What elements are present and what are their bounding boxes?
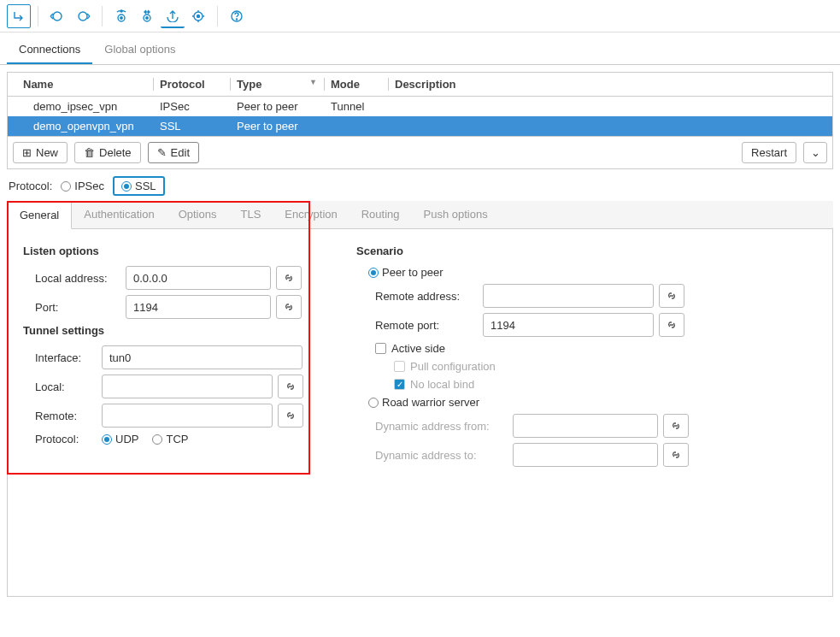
cell-mode [324, 116, 388, 136]
tab-connections[interactable]: Connections [7, 34, 92, 64]
link-icon[interactable] [663, 443, 689, 467]
remote-port-input[interactable] [483, 313, 654, 337]
link-icon[interactable] [276, 295, 302, 319]
dynamic-to-label: Dynamic address to: [375, 449, 508, 462]
tunnel-settings-title: Tunnel settings [23, 324, 305, 337]
remote-address-label: Remote address: [375, 290, 478, 303]
col-protocol[interactable]: Protocol [153, 73, 230, 96]
svg-point-1 [79, 12, 87, 21]
dynamic-to-input [513, 443, 658, 467]
link-icon[interactable] [659, 284, 684, 308]
remote-input[interactable] [102, 404, 273, 428]
cell-type: Peer to peer [230, 97, 324, 116]
table-row[interactable]: demo_ipsec_vpn IPSec Peer to peer Tunnel [8, 97, 832, 116]
edit-icon: ✎ [157, 146, 167, 159]
protocol-ipsec-radio[interactable]: IPSec [61, 180, 104, 192]
grid-header: Name Protocol Type▼ Mode Description [8, 73, 832, 97]
svg-point-0 [53, 12, 62, 21]
subtab-encryption[interactable]: Encryption [273, 201, 349, 228]
col-type[interactable]: Type▼ [230, 73, 324, 96]
port-label: Port: [35, 301, 120, 314]
tcp-radio[interactable]: TCP [152, 433, 188, 445]
edit-button[interactable]: ✎Edit [148, 142, 199, 163]
cell-protocol: SSL [153, 116, 230, 136]
general-panel: Listen options Local address: Port: Tunn… [7, 229, 833, 597]
listen-options-title: Listen options [23, 245, 305, 257]
subtab-push-options[interactable]: Push options [412, 201, 500, 228]
link-icon[interactable] [659, 313, 684, 337]
separator [102, 6, 103, 27]
col-mode[interactable]: Mode [324, 73, 388, 96]
restart-button[interactable]: Restart [742, 142, 796, 163]
cell-name: demo_openvpn_vpn [8, 116, 153, 136]
link-icon[interactable] [663, 414, 689, 438]
cell-name: demo_ipsec_vpn [8, 97, 153, 116]
cell-protocol: IPSec [153, 97, 230, 116]
port-input[interactable] [126, 295, 271, 319]
local-address-input[interactable] [126, 266, 271, 290]
separator [38, 6, 38, 27]
svg-point-3 [120, 16, 122, 18]
subtab-tls[interactable]: TLS [228, 201, 273, 228]
sync-right-icon[interactable] [71, 4, 95, 28]
col-name[interactable]: Name [8, 73, 153, 96]
local-input[interactable] [102, 375, 273, 398]
sync-left-icon[interactable] [45, 4, 69, 28]
subtab-authentication[interactable]: Authentication [72, 201, 166, 228]
link-icon[interactable] [276, 266, 302, 290]
tunnel-protocol-label: Protocol: [35, 433, 97, 445]
road-warrior-radio[interactable]: Road warrior server [368, 396, 479, 409]
settings-view-icon[interactable] [109, 4, 133, 28]
local-label: Local: [35, 380, 97, 393]
svg-point-10 [236, 18, 237, 19]
sort-indicator-icon: ▼ [309, 78, 317, 86]
svg-point-6 [146, 16, 148, 18]
udp-radio[interactable]: UDP [102, 433, 138, 445]
trash-icon: 🗑 [84, 146, 95, 159]
tab-global-options[interactable]: Global options [92, 34, 187, 64]
settings-transfer-icon[interactable] [135, 4, 159, 28]
subtab-general[interactable]: General [7, 201, 72, 229]
active-side-checkbox[interactable]: Active side [375, 342, 445, 355]
scenario-title: Scenario [356, 245, 817, 257]
separator [217, 6, 218, 27]
return-icon[interactable] [7, 4, 31, 28]
cell-description [388, 116, 832, 136]
dynamic-from-input [513, 414, 658, 438]
target-icon[interactable] [186, 4, 210, 28]
right-column: Scenario Peer to peer Remote address: Re… [356, 241, 817, 545]
col-description[interactable]: Description [388, 73, 832, 96]
sub-tabs: General Authentication Options TLS Encry… [7, 201, 833, 229]
table-row[interactable]: demo_openvpn_vpn SSL Peer to peer [8, 116, 832, 136]
new-button[interactable]: ⊞New [13, 142, 68, 163]
action-bar: ⊞New 🗑Delete ✎Edit Restart ⌄ [8, 136, 832, 168]
toolbar [0, 0, 840, 32]
remote-address-input[interactable] [483, 284, 654, 308]
plus-icon: ⊞ [22, 146, 32, 159]
delete-button[interactable]: 🗑Delete [74, 142, 141, 163]
upload-icon[interactable] [161, 4, 185, 28]
subtab-routing[interactable]: Routing [350, 201, 412, 228]
local-address-label: Local address: [35, 272, 120, 285]
remote-label: Remote: [35, 410, 97, 422]
cell-mode: Tunnel [324, 97, 388, 116]
protocol-label: Protocol: [9, 180, 52, 192]
cell-type: Peer to peer [230, 116, 324, 136]
protocol-row: Protocol: IPSec SSL [7, 169, 833, 201]
interface-input[interactable] [102, 345, 303, 369]
left-column: Listen options Local address: Port: Tunn… [23, 241, 305, 545]
grid-body: demo_ipsec_vpn IPSec Peer to peer Tunnel… [8, 97, 832, 136]
subtab-options[interactable]: Options [167, 201, 229, 228]
protocol-ssl-radio[interactable]: SSL [121, 180, 156, 192]
svg-point-4 [120, 10, 122, 12]
cell-description [388, 97, 832, 116]
help-icon[interactable] [225, 4, 249, 28]
main-tabs: Connections Global options [0, 34, 840, 65]
restart-dropdown-button[interactable]: ⌄ [803, 142, 827, 163]
chevron-down-icon: ⌄ [811, 146, 820, 159]
dynamic-from-label: Dynamic address from: [375, 420, 508, 433]
svg-point-8 [197, 15, 200, 17]
peer-to-peer-radio[interactable]: Peer to peer [368, 266, 443, 279]
link-icon[interactable] [278, 404, 303, 428]
link-icon[interactable] [278, 375, 303, 398]
